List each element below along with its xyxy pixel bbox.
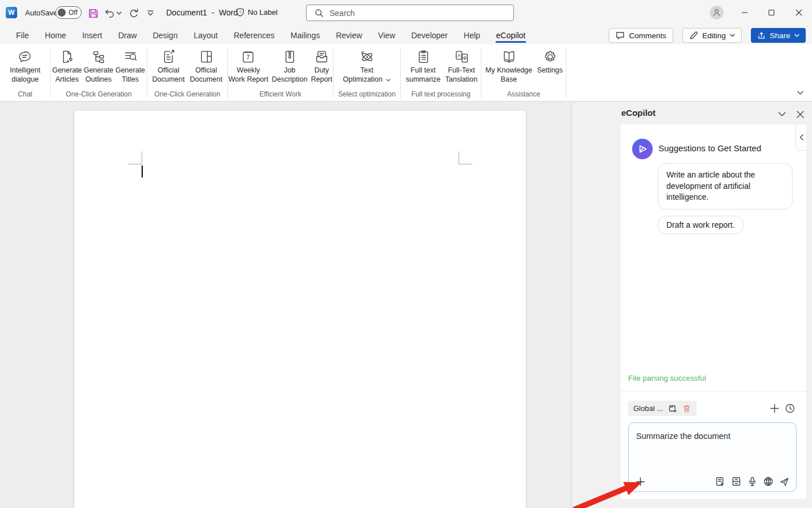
suggestion-card[interactable]: Write an article about the development o… — [658, 163, 793, 209]
search-icon — [315, 9, 324, 18]
tab-draw[interactable]: Draw — [110, 26, 145, 45]
close-button[interactable] — [790, 6, 807, 19]
document-page[interactable] — [74, 111, 526, 508]
account-avatar[interactable] — [710, 6, 723, 19]
save-button[interactable] — [87, 7, 99, 19]
clipboard-list-icon — [416, 49, 431, 64]
comments-button[interactable]: Comments — [609, 28, 673, 43]
minimize-icon — [741, 9, 748, 16]
generate-outlines-button[interactable]: GenerateOutlines — [83, 48, 114, 90]
open-book-icon — [501, 49, 517, 64]
group-label-one-click-generation-2: One-Click Generation — [147, 90, 227, 101]
file-parse-status: File parsing successful — [628, 374, 706, 382]
save-icon — [88, 8, 99, 19]
tab-layout[interactable]: Layout — [186, 26, 226, 45]
autosave-toggle[interactable]: Off — [55, 6, 82, 19]
history-button[interactable] — [785, 404, 795, 413]
tab-developer[interactable]: Developer — [403, 26, 456, 45]
pane-close-button[interactable] — [794, 109, 806, 119]
autosave-label: AutoSave — [25, 9, 57, 17]
group-divider — [566, 47, 566, 98]
translate-icon: AФ — [454, 49, 469, 64]
editing-mode-button[interactable]: Editing — [682, 28, 742, 43]
title-bar: W AutoSave Off — [0, 0, 812, 26]
weekly-work-report-button[interactable]: 7 WeeklyWork Report — [227, 48, 270, 90]
full-text-translation-button[interactable]: AФ Full-TextTanslation — [444, 48, 479, 90]
chevron-down-icon — [386, 79, 391, 82]
settings-button[interactable]: Settings — [535, 48, 565, 90]
menubar-actions: Comments Editing Share — [609, 28, 806, 43]
suggestion-card[interactable]: Draft a work report. — [658, 216, 743, 234]
outline-tree-icon — [91, 49, 106, 64]
redo-button[interactable] — [128, 7, 140, 19]
chevron-left-icon — [799, 134, 803, 140]
person-icon — [712, 8, 721, 17]
chevron-down-icon — [778, 112, 786, 116]
svg-text:A: A — [457, 53, 460, 58]
sidebar-collapse-button[interactable] — [795, 124, 806, 151]
search-placeholder: Search — [329, 9, 355, 18]
my-knowledge-base-button[interactable]: My KnowledgeBase — [483, 48, 535, 90]
tab-file[interactable]: File — [8, 26, 37, 45]
duty-report-button[interactable]: DutyReport — [309, 48, 334, 90]
context-chip[interactable]: Global ... — [628, 401, 697, 416]
search-input[interactable]: Search — [306, 5, 514, 21]
prompt-input[interactable]: Summarize the document — [628, 422, 797, 492]
close-icon — [797, 111, 804, 118]
text-optimization-button[interactable]: Text Optimization — [336, 48, 399, 90]
ribbon-tab-bar: File Home Insert Draw Design Layout Refe… — [0, 26, 812, 45]
chat-bubble-icon — [17, 49, 33, 64]
label-badge-text: No Label — [248, 8, 278, 17]
customize-quick-access-button[interactable] — [144, 7, 156, 19]
tab-mailings[interactable]: Mailings — [283, 26, 328, 45]
comment-icon — [616, 31, 625, 40]
attach-add-button[interactable] — [636, 477, 645, 486]
web-search-globe-icon[interactable] — [763, 477, 773, 486]
svg-text:?: ? — [239, 10, 242, 15]
collapse-ribbon-button[interactable] — [795, 87, 805, 98]
window-title: Document1 - Word — [166, 8, 238, 17]
tab-help[interactable]: Help — [456, 26, 488, 45]
tab-ecopilot[interactable]: eCopilot — [488, 26, 533, 45]
microphone-icon[interactable] — [747, 477, 757, 486]
pane-collapse-button[interactable] — [776, 109, 787, 119]
tab-design[interactable]: Design — [145, 26, 186, 45]
share-button[interactable]: Share — [751, 28, 806, 43]
comments-label: Comments — [629, 31, 666, 40]
tab-references[interactable]: References — [226, 26, 283, 45]
pane-title: eCopilot — [621, 108, 656, 118]
document-summary-icon[interactable] — [731, 477, 741, 486]
job-description-button[interactable]: JobDescription — [270, 48, 309, 90]
sensitivity-label[interactable]: ? No Label — [235, 7, 278, 17]
group-label-one-click-generation-1: One-Click Generation — [51, 90, 147, 101]
tab-home[interactable]: Home — [37, 26, 74, 45]
toggle-knob — [58, 9, 66, 17]
generate-articles-button[interactable]: GenerateArticles — [51, 48, 83, 90]
chevron-down-icon — [116, 11, 122, 15]
intelligent-dialogue-button[interactable]: Intelligentdialogue — [8, 48, 42, 90]
official-document-compose-button[interactable]: OfficialDocument — [150, 48, 187, 90]
prompt-template-icon[interactable] — [715, 477, 725, 486]
tab-view[interactable]: View — [370, 26, 403, 45]
shield-icon: ? — [235, 7, 245, 17]
official-document-layout-button[interactable]: OfficialDocument — [187, 48, 225, 90]
tab-insert[interactable]: Insert — [74, 26, 110, 45]
save-to-knowledge-icon[interactable] — [668, 404, 677, 413]
send-button[interactable] — [779, 477, 789, 486]
calendar-7-icon: 7 — [240, 49, 256, 64]
inbox-document-icon — [314, 49, 329, 64]
undo-button[interactable] — [103, 7, 115, 19]
tab-review[interactable]: Review — [328, 26, 370, 45]
minimize-button[interactable] — [736, 6, 753, 19]
svg-text:7: 7 — [247, 54, 250, 61]
ribbon-group-efficient-work: 7 WeeklyWork Report JobDescription DutyR… — [228, 45, 333, 101]
generate-titles-button[interactable]: GenerateTitles — [114, 48, 146, 90]
group-label-select-optimization: Select optimization — [333, 90, 400, 101]
maximize-button[interactable] — [763, 6, 780, 19]
trash-icon[interactable] — [682, 404, 692, 413]
chevron-down-icon — [794, 34, 799, 37]
full-text-summarize-button[interactable]: Full textsummarize — [403, 48, 444, 90]
ecopilot-logo-icon — [632, 139, 653, 159]
new-chat-button[interactable] — [770, 404, 779, 413]
undo-dropdown[interactable] — [115, 7, 123, 19]
